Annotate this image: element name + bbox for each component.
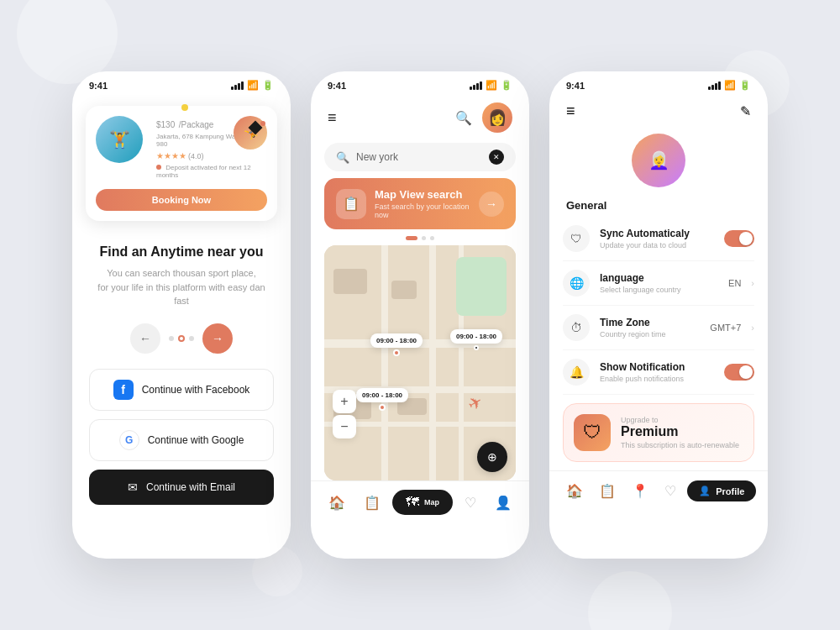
user-icon-2: 👤	[495, 495, 512, 511]
map-pin-1: 09:00 - 18:00	[370, 333, 423, 356]
location-icon-3: 📍	[632, 484, 648, 498]
menu-icon-3[interactable]: ≡	[566, 102, 575, 120]
onboarding-text: Find an Anytime near you You can search …	[72, 231, 291, 315]
phone-1: 9:41 📶 🔋 🏋 $130 /Package	[72, 71, 291, 559]
timezone-icon-circle: ⏱	[563, 314, 590, 341]
facebook-icon: f	[113, 380, 134, 400]
sync-info: Sync Automaticaly Update your data to cl…	[600, 228, 714, 249]
dot-2	[189, 336, 194, 341]
banner-text: Map View search Fast search by your loca…	[375, 188, 470, 219]
sync-toggle[interactable]	[724, 230, 754, 247]
home-icon: 🏠	[328, 495, 345, 511]
booking-card: 🏋 $130 /Package Jakarta, 678 Kampung Way…	[86, 106, 277, 221]
sync-sub: Update your data to cloud	[600, 241, 714, 249]
booking-now-button[interactable]: Booking Now	[96, 189, 267, 211]
pin-badge-3: 09:00 - 18:00	[356, 388, 408, 402]
nav-home-3[interactable]: 🏠	[561, 478, 588, 504]
search-text: New york	[356, 151, 482, 163]
search-icon-small: 🔍	[336, 151, 349, 164]
timezone-name: Time Zone	[600, 317, 700, 328]
edit-icon[interactable]: ✎	[740, 103, 751, 119]
stars: ★★★★	[156, 151, 186, 160]
zoom-out-button[interactable]: −	[333, 415, 356, 438]
setting-language: 🌐 language Select language country EN ›	[563, 261, 754, 306]
my-location-button[interactable]: ⊕	[477, 442, 507, 472]
premium-banner[interactable]: 🛡 Upgrade to Premium This subscription i…	[563, 403, 754, 462]
nav-prev-button[interactable]: ←	[130, 323, 160, 354]
search-bar[interactable]: 🔍 New york ✕	[324, 143, 516, 171]
phone3-header: ≡ ✎	[549, 96, 768, 127]
signal-bar-2	[234, 85, 237, 90]
phone-3: 9:41 📶 🔋 ≡ ✎ 👩‍🦳 General 🛡 Sync Automati…	[549, 71, 768, 559]
bottom-nav-2: 🏠 📋 🗺 Map ♡ 👤	[311, 480, 529, 527]
avatar-image: 👩‍🦳	[632, 134, 685, 187]
map-icon: 🗺	[406, 495, 419, 510]
nav-map-active[interactable]: 🗺 Map	[392, 490, 453, 515]
pin-dot-2	[474, 345, 479, 350]
banner-title: Map View search	[375, 188, 470, 201]
timezone-info: Time Zone Country region time	[600, 317, 700, 339]
notification-toggle-thumb	[739, 365, 753, 379]
pin-badge-1: 09:00 - 18:00	[370, 333, 423, 348]
facebook-login-button[interactable]: f Continue with Facebook	[89, 369, 274, 411]
map-area: 09:00 - 18:00 09:00 - 18:00 09:00 - 18:0…	[324, 245, 516, 480]
card-images: 🏋 $130 /Package Jakarta, 678 Kampung Way…	[96, 116, 267, 182]
banner-icon: 📋	[336, 189, 366, 219]
language-icon-circle: 🌐	[563, 270, 590, 297]
user-avatar[interactable]: 👩	[482, 102, 512, 133]
price-unit: /Package	[179, 120, 214, 129]
map-view-banner[interactable]: 📋 Map View search Fast search by your lo…	[324, 178, 516, 229]
premium-title: Premium	[621, 424, 743, 439]
nav-dots: ← →	[72, 315, 291, 362]
menu-icon[interactable]: ≡	[328, 109, 337, 127]
banner-arrow: →	[479, 192, 504, 217]
setting-timezone: ⏱ Time Zone Country region time GMT+7 ›	[563, 306, 754, 350]
profile-avatar[interactable]: 👩‍🦳	[632, 134, 685, 187]
heart-icon-3: ♡	[664, 484, 676, 498]
zoom-in-button[interactable]: +	[333, 390, 356, 413]
map-controls: + −	[333, 390, 356, 438]
email-label: Continue with Email	[146, 481, 235, 493]
dot-1	[169, 336, 174, 341]
clear-search-button[interactable]: ✕	[489, 150, 504, 165]
pin-dot-1	[393, 349, 400, 356]
banner-subtitle: Fast search by your location now	[375, 202, 470, 219]
status-bar-3: 9:41 📶 🔋	[549, 71, 768, 96]
search-icon-header[interactable]: 🔍	[455, 110, 472, 126]
nav-heart-3[interactable]: ♡	[659, 478, 681, 504]
nav-profile-2[interactable]: 👤	[488, 491, 518, 514]
google-icon: G	[119, 430, 139, 450]
banner-dot-3	[430, 236, 434, 240]
map-block-2	[391, 281, 417, 299]
notification-toggle[interactable]	[724, 364, 754, 381]
setting-notifications: 🔔 Show Notification Enable push notifica…	[563, 350, 754, 395]
google-login-button[interactable]: G Continue with Google	[89, 419, 274, 461]
wifi-icon: 📶	[247, 80, 259, 91]
bottom-nav-3: 🏠 📋 📍 ♡ 👤 Profile	[549, 470, 768, 516]
nav-favorites[interactable]: ♡	[458, 491, 483, 514]
nav-list-3[interactable]: 📋	[594, 478, 621, 504]
nav-home[interactable]: 🏠	[322, 491, 352, 514]
battery-icon-2: 🔋	[501, 80, 512, 91]
signal-bars-2	[470, 81, 482, 90]
status-time-2: 9:41	[328, 81, 346, 91]
language-value: EN	[728, 278, 741, 288]
deposit-dot	[156, 165, 161, 170]
setting-sync: 🛡 Sync Automaticaly Update your data to …	[563, 217, 754, 261]
signal-bar-3	[238, 83, 240, 90]
nav-list[interactable]: 📋	[357, 491, 387, 514]
banner-dot-1	[406, 236, 417, 240]
language-chevron: ›	[751, 278, 754, 288]
profile-nav-button[interactable]: 👤 Profile	[687, 480, 756, 501]
map-road-v2	[429, 245, 436, 480]
premium-sub: This subscription is auto-renewable	[621, 441, 743, 449]
sync-name: Sync Automaticaly	[600, 228, 714, 239]
nav-location-3[interactable]: 📍	[627, 478, 654, 504]
wifi-icon-2: 📶	[486, 80, 497, 91]
onboarding-desc: You can search thousan sport place,for y…	[89, 266, 274, 308]
notification-name: Show Notification	[600, 361, 714, 373]
nav-next-button[interactable]: →	[202, 323, 233, 354]
home-icon-3: 🏠	[566, 484, 583, 498]
email-login-button[interactable]: ✉ Continue with Email	[89, 470, 274, 505]
wifi-icon-3: 📶	[724, 80, 736, 91]
